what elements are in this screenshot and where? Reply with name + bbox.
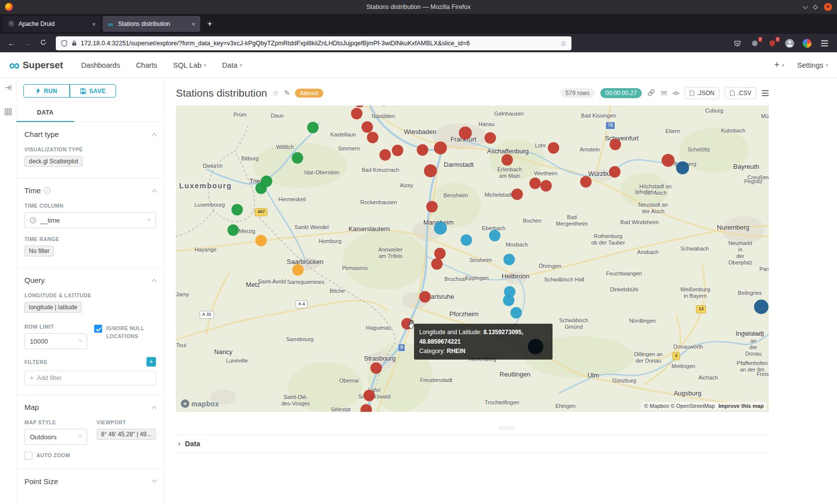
adblock-shield-icon[interactable]: 2: [768, 39, 777, 48]
share-link-icon[interactable]: [647, 89, 655, 98]
scatter-point[interactable]: [367, 131, 379, 143]
time-range-pill[interactable]: No filter: [24, 246, 54, 256]
scatter-point[interactable]: [431, 258, 442, 269]
dataset-grid-icon[interactable]: [4, 108, 12, 116]
scatter-point[interactable]: [503, 295, 514, 306]
scatter-point[interactable]: [540, 180, 552, 192]
data-section-toggle[interactable]: › Data: [176, 434, 769, 453]
tab-data[interactable]: DATA: [16, 105, 74, 122]
window-close-button[interactable]: ×: [824, 3, 832, 11]
extension-icon[interactable]: 2: [750, 39, 759, 48]
window-maximize-button[interactable]: [813, 4, 818, 9]
scatter-point[interactable]: [351, 108, 362, 119]
scatter-point[interactable]: [292, 264, 304, 276]
scatter-point[interactable]: [419, 291, 430, 302]
scatter-point[interactable]: [580, 176, 592, 188]
scatter-point[interactable]: [256, 235, 267, 247]
run-button[interactable]: RUN: [23, 84, 70, 98]
add-filter-plus-button[interactable]: +: [146, 357, 156, 367]
add-new-button[interactable]: +▾: [774, 60, 784, 70]
viz-type-pill[interactable]: deck.gl Scatterplot: [24, 156, 83, 167]
scatter-point[interactable]: [461, 234, 472, 246]
nav-item-sql-lab[interactable]: SQL Lab▾: [173, 61, 206, 69]
scatter-point[interactable]: [417, 144, 428, 156]
time-column-select[interactable]: __time: [24, 212, 156, 228]
superset-logo[interactable]: ∞: [9, 58, 19, 73]
scatter-point[interactable]: [662, 154, 675, 167]
edit-properties-icon[interactable]: ✎: [284, 89, 290, 98]
browser-tab-stations-distribution[interactable]: ∞ Stations distribution ×: [103, 16, 200, 32]
scatter-point[interactable]: [434, 222, 447, 235]
favorite-star-icon[interactable]: ☆: [272, 89, 279, 98]
scatter-point[interactable]: [307, 122, 318, 133]
url-text[interactable]: 172.18.0.4:32251/superset/explore/?form_…: [81, 40, 557, 47]
chart-menu-icon[interactable]: [762, 93, 769, 94]
scatter-point[interactable]: [363, 389, 375, 401]
scatter-point[interactable]: [530, 178, 541, 189]
scatter-point[interactable]: [548, 142, 559, 153]
add-filter-box[interactable]: +Add filter: [24, 371, 156, 385]
tab-close-icon[interactable]: ×: [190, 20, 196, 28]
scatter-point[interactable]: [459, 126, 472, 139]
back-button[interactable]: ←: [5, 39, 18, 47]
improve-map-link[interactable]: Improve this map: [718, 403, 764, 409]
profile-avatar-icon[interactable]: [785, 39, 794, 48]
mapbox-logo[interactable]: ★ mapbox: [181, 399, 219, 408]
superset-brand[interactable]: Superset: [22, 60, 63, 71]
url-bar[interactable]: 172.18.0.4:32251/superset/explore/?form_…: [56, 36, 571, 50]
export-json-button[interactable]: .JSON: [685, 87, 719, 99]
save-button[interactable]: SAVE: [70, 84, 116, 98]
bookmark-star-icon[interactable]: ☆: [560, 39, 566, 47]
scatter-point[interactable]: [434, 248, 445, 259]
scatter-point[interactable]: [354, 106, 365, 108]
scatter-point[interactable]: [360, 404, 372, 412]
chart-type-header[interactable]: Chart type: [24, 130, 156, 138]
nav-item-charts[interactable]: Charts: [136, 61, 157, 69]
map-header[interactable]: Map: [24, 403, 156, 411]
lonlat-pill[interactable]: longitude | latitude: [24, 302, 82, 313]
email-icon[interactable]: ✉: [661, 89, 667, 98]
row-limit-select[interactable]: 10000: [24, 333, 87, 349]
ignore-null-checkbox[interactable]: [94, 325, 102, 333]
scatter-point[interactable]: [380, 149, 391, 161]
viewport-pill[interactable]: 8° 46' 45.28" | 49...: [97, 429, 156, 440]
time-header[interactable]: Timei: [24, 186, 156, 195]
extension-pinwheel-icon[interactable]: [803, 39, 812, 48]
menu-hamburger-icon[interactable]: [820, 39, 829, 48]
scatter-point[interactable]: [484, 132, 496, 144]
query-header[interactable]: Query: [24, 276, 156, 284]
scatter-point[interactable]: [231, 204, 243, 216]
scatter-point[interactable]: [256, 183, 267, 194]
resize-grip[interactable]: [499, 427, 515, 429]
new-tab-button[interactable]: +: [202, 19, 217, 29]
tab-close-icon[interactable]: ×: [91, 20, 97, 28]
scatter-point[interactable]: [512, 188, 523, 200]
scatter-point[interactable]: [609, 166, 620, 177]
scatter-point[interactable]: [609, 139, 621, 150]
expand-panel-icon[interactable]: [4, 84, 12, 91]
scatter-point[interactable]: [511, 307, 522, 318]
export-csv-button[interactable]: .CSV: [725, 87, 756, 99]
tracking-shield-icon[interactable]: [61, 40, 68, 47]
scatter-point[interactable]: [371, 363, 382, 374]
scatter-point[interactable]: [676, 161, 689, 174]
pocket-icon[interactable]: [733, 39, 742, 48]
browser-tab-apache-druid[interactable]: Apache Druid ×: [3, 16, 101, 32]
map-canvas[interactable]: PrümDaunNastättenGelnhausenBad Kissingen…: [176, 106, 769, 412]
settings-menu[interactable]: Settings▾: [797, 61, 828, 69]
altered-badge[interactable]: Altered: [295, 89, 323, 98]
scatter-point[interactable]: [228, 225, 239, 236]
scatter-point[interactable]: [362, 122, 373, 133]
scatter-point[interactable]: [503, 253, 515, 265]
embed-code-icon[interactable]: </>: [673, 90, 679, 96]
scatter-point[interactable]: [754, 300, 768, 314]
forward-button[interactable]: →: [21, 39, 34, 47]
scatter-point[interactable]: [489, 230, 501, 241]
reload-button[interactable]: [37, 39, 50, 47]
nav-item-dashboards[interactable]: Dashboards: [81, 61, 120, 69]
nav-item-data[interactable]: Data▾: [222, 61, 242, 69]
auto-zoom-checkbox[interactable]: [24, 452, 32, 460]
scatter-point[interactable]: [434, 141, 447, 154]
scatter-point[interactable]: [291, 152, 303, 164]
point-size-header[interactable]: Point Size: [24, 477, 156, 486]
